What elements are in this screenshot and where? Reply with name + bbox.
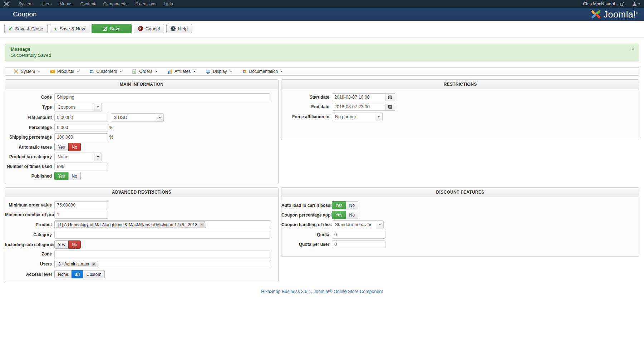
hikashop-menu-orders[interactable]: Orders xyxy=(128,68,162,75)
admin-menu-system[interactable]: System xyxy=(14,0,36,8)
hikashop-menu-products[interactable]: Products xyxy=(46,68,83,75)
flat-amount-label: Flat amount xyxy=(5,115,54,120)
end-date-calendar-button[interactable] xyxy=(385,103,395,111)
chevron-down-icon xyxy=(281,71,283,72)
user-tag: 3 - Administrator × xyxy=(56,261,98,267)
admin-menu-content[interactable]: Content xyxy=(76,0,99,8)
quota-label: Quota xyxy=(281,232,332,237)
component-footer: HikaShop Business 3.5.1, Joomla!® Online… xyxy=(0,289,644,294)
product-tag-input[interactable]: [1] A Genealogy of MacNaughtons & MacMil… xyxy=(54,220,270,229)
hikashop-menu-system[interactable]: System xyxy=(9,68,44,75)
end-date-input[interactable] xyxy=(332,103,385,111)
auto-load-yes-button[interactable]: Yes xyxy=(332,201,346,209)
products-box-icon xyxy=(50,69,55,74)
page-title: Coupon xyxy=(13,10,37,18)
chevron-down-icon xyxy=(638,3,640,5)
percentage-input[interactable] xyxy=(54,124,108,131)
coupon-percentage-yes-button[interactable]: Yes xyxy=(332,211,346,219)
automatic-taxes-yes-button[interactable]: Yes xyxy=(54,143,69,151)
admin-menu-help[interactable]: Help xyxy=(160,0,177,8)
number-of-times-used-label: Number of times used xyxy=(5,164,54,169)
customers-icon xyxy=(89,69,94,74)
type-label: Type xyxy=(5,105,54,110)
documentation-icon xyxy=(242,69,247,74)
admin-menu-users[interactable]: Users xyxy=(36,0,55,8)
coupon-percentage-no-button[interactable]: No xyxy=(346,211,358,219)
sub-categories-yes-button[interactable]: Yes xyxy=(54,240,69,249)
shipping-percentage-label: Shipping percentage xyxy=(5,135,54,140)
content-row-1: MAIN INFORMATION Code Type Coupons Flat … xyxy=(5,79,639,184)
sub-categories-no-button[interactable]: No xyxy=(68,240,81,249)
joomla-small-logo-icon xyxy=(4,1,9,6)
site-preview-link[interactable]: Clan MacNaught... xyxy=(583,1,624,6)
coupon-handling-select[interactable]: Standard behavior xyxy=(332,220,384,229)
coupon-percentage-toggle: Yes No xyxy=(332,211,358,219)
category-input[interactable] xyxy=(54,231,270,239)
auto-load-no-button[interactable]: No xyxy=(346,201,358,209)
toolbar: ✔ Save & Close + Save & New Save ✖ Cance… xyxy=(0,21,644,38)
hikashop-menu-documentation[interactable]: Documentation xyxy=(238,68,287,75)
access-level-label: Access level xyxy=(5,272,54,277)
product-label: Product xyxy=(5,222,54,227)
cancel-button[interactable]: ✖ Cancel xyxy=(134,24,164,33)
hikashop-menu-customers[interactable]: Customers xyxy=(85,68,126,75)
chevron-down-icon xyxy=(155,71,157,72)
published-no-button[interactable]: No xyxy=(68,172,81,180)
external-link-icon xyxy=(620,2,624,6)
shipping-percentage-input[interactable] xyxy=(54,133,108,141)
hikashop-menu-display[interactable]: Display xyxy=(201,68,236,75)
zone-input[interactable] xyxy=(54,250,270,258)
product-tax-category-select[interactable]: None xyxy=(54,153,102,161)
including-sub-categories-label: Including sub categories xyxy=(5,242,54,247)
minimum-number-products-input[interactable] xyxy=(54,211,108,219)
help-button[interactable]: ? Help xyxy=(166,24,192,33)
minimum-order-value-input[interactable] xyxy=(54,201,108,209)
discount-features-panel: DISCOUNT FEATURES Auto load in cart if p… xyxy=(281,187,639,257)
affiliates-chart-icon xyxy=(167,69,172,74)
code-input[interactable] xyxy=(54,93,270,101)
save-button[interactable]: Save xyxy=(92,24,132,33)
admin-menu-menus[interactable]: Menus xyxy=(55,0,76,8)
currency-select[interactable]: $ USD xyxy=(111,113,164,122)
display-monitor-icon xyxy=(206,69,211,74)
force-affiliation-select[interactable]: No partner xyxy=(332,113,383,121)
access-level-toggle: None all Custom xyxy=(54,270,105,278)
message-body: Successfully Saved xyxy=(11,53,633,58)
joomla-logo-icon xyxy=(591,10,601,19)
percent-suffix: % xyxy=(109,135,113,140)
code-label: Code xyxy=(5,95,54,100)
end-date-label: End date xyxy=(281,104,332,109)
admin-menu-components[interactable]: Components xyxy=(99,0,131,8)
start-date-input[interactable] xyxy=(332,93,385,101)
access-level-none-button[interactable]: None xyxy=(54,270,72,278)
hikashop-footer-link[interactable]: HikaShop Business 3.5.1, Joomla!® Online… xyxy=(261,289,383,294)
user-icon xyxy=(632,2,637,6)
start-date-calendar-button[interactable] xyxy=(385,93,395,101)
published-yes-button[interactable]: Yes xyxy=(54,172,69,180)
admin-menu-extensions[interactable]: Extensions xyxy=(131,0,160,8)
save-new-button[interactable]: + Save & New xyxy=(50,24,89,33)
start-date-label: Start date xyxy=(281,95,332,100)
remove-tag-icon[interactable]: × xyxy=(200,223,204,227)
automatic-taxes-no-button[interactable]: No xyxy=(68,143,81,151)
user-menu[interactable] xyxy=(632,2,640,6)
access-level-custom-button[interactable]: Custom xyxy=(83,270,105,278)
hikashop-menu-affiliates[interactable]: Affiliates xyxy=(163,68,200,75)
type-select[interactable]: Coupons xyxy=(54,103,102,111)
quota-input[interactable] xyxy=(332,231,385,239)
access-level-all-button[interactable]: all xyxy=(72,270,83,278)
users-tag-input[interactable]: 3 - Administrator × xyxy=(54,260,270,268)
close-icon[interactable]: × xyxy=(631,46,635,52)
force-affiliation-label: Force affiliation to xyxy=(281,114,332,119)
number-of-times-used-input[interactable] xyxy=(54,163,108,170)
admin-top-bar: System Users Menus Content Components Ex… xyxy=(0,0,644,8)
quota-per-user-label: Quota per user xyxy=(281,242,332,247)
remove-tag-icon[interactable]: × xyxy=(92,262,96,267)
flat-amount-input[interactable] xyxy=(54,114,108,121)
minimum-number-products-label: Minimum number of prod... xyxy=(5,212,54,217)
percentage-label: Percentage xyxy=(5,125,54,130)
help-icon: ? xyxy=(171,26,176,31)
quota-per-user-input[interactable] xyxy=(332,240,385,248)
restrictions-header: RESTRICTIONS xyxy=(281,80,639,89)
save-close-button[interactable]: ✔ Save & Close xyxy=(4,24,48,33)
